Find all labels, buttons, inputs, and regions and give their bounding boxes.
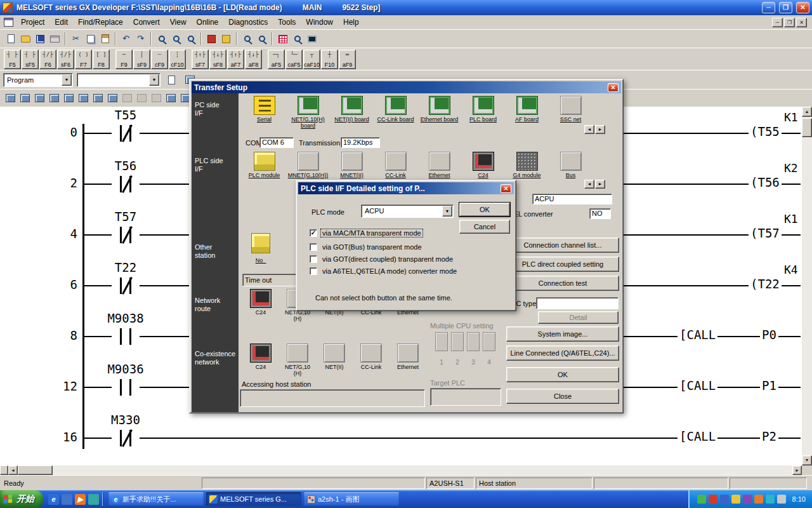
ladder-symbol-sf5-button[interactable]: ┤ ├sF5	[22, 50, 39, 69]
coexistence-net-g-10-h[interactable]: NET/G,10 (H)	[280, 344, 315, 377]
plc-side-scroll-right-icon[interactable]: ►	[595, 180, 605, 189]
horizontal-scrollbar-thumb[interactable]	[18, 465, 53, 475]
ladder-symbol-caf10-button[interactable]: ┬caF10	[303, 50, 320, 69]
plc-if-ethernet[interactable]: Ethernet	[419, 152, 460, 178]
coexistence-net-ii[interactable]: NET(II)	[317, 344, 351, 370]
pc-side-scroll-left-icon[interactable]: ◄	[584, 125, 594, 134]
statement-display-button[interactable]	[32, 91, 47, 105]
tray-icon-8[interactable]	[777, 495, 786, 504]
contact-t57[interactable]	[112, 225, 140, 244]
transmission-speed-field[interactable]: 19.2Kbps	[341, 137, 380, 148]
ladder-symbol-f8-button[interactable]: [ ]F8	[93, 50, 110, 69]
find-replace-button[interactable]	[169, 32, 183, 46]
comment-display-button[interactable]	[18, 91, 32, 105]
ladder-symbol-cf10-button[interactable]: ┆cF10	[169, 50, 186, 69]
cut-button[interactable]: ✂	[69, 32, 83, 46]
checkbox-icon[interactable]	[310, 255, 317, 263]
grid-blue-button[interactable]	[164, 91, 178, 105]
print-button[interactable]	[48, 32, 62, 46]
program-verify-button[interactable]	[219, 32, 233, 46]
zoom-out-button[interactable]	[240, 32, 254, 46]
ladder-symbol-sf7-button[interactable]: ┤↑├sF7	[192, 50, 209, 69]
contact-t55[interactable]	[112, 124, 140, 143]
scroll-down-icon[interactable]: ▼	[802, 455, 812, 465]
coexistence-c24[interactable]: C24	[244, 344, 278, 370]
chevron-down-icon[interactable]: ▼	[149, 74, 159, 86]
checkbox-icon[interactable]: ✓	[310, 229, 317, 237]
pc-if-cc-link-board[interactable]: CC-Link board	[375, 96, 416, 123]
sidebar-item-network-route[interactable]: Networkroute	[195, 297, 220, 313]
system-image-button[interactable]: System image...	[506, 326, 619, 342]
call-operand[interactable]: P2	[760, 429, 778, 443]
coil-t57[interactable]: (T57	[749, 226, 782, 240]
mdi-restore-button[interactable]: ❐	[784, 18, 795, 27]
close-dialog-button[interactable]: Close	[506, 389, 619, 404]
pane-split-handle[interactable]	[0, 465, 8, 475]
ladder-symbol-cf9-button[interactable]: ┄cF9	[151, 50, 168, 69]
pc-if-plc-board[interactable]: PLC board	[462, 96, 504, 123]
menu-view[interactable]: View	[165, 16, 192, 29]
pc-if-net-ii-board[interactable]: NET(II) board	[331, 96, 372, 123]
redo-button[interactable]: ↷	[133, 32, 148, 46]
trace-button[interactable]	[149, 91, 164, 105]
ladder-symbol-af7-button[interactable]: ┤↑├aF7	[227, 50, 244, 69]
contact-m9036[interactable]	[112, 378, 140, 397]
copy-button[interactable]	[83, 32, 98, 46]
show-desktop-icon[interactable]	[62, 494, 72, 505]
macro-button[interactable]	[3, 91, 18, 105]
plc-if-bus[interactable]: Bus	[550, 152, 591, 178]
pc-if-ssc-net[interactable]: SSC net	[550, 96, 591, 123]
program-select[interactable]: Program ▼	[3, 73, 73, 87]
taskbar-task-3[interactable]: a2sh-1 - 画图	[304, 492, 399, 506]
com-port-field[interactable]: COM 6	[259, 137, 294, 148]
tray-icon-3[interactable]	[720, 495, 729, 504]
plc-if-c24[interactable]: C24	[462, 152, 504, 178]
plc-direct-coupled-setting-button[interactable]: PLC direct coupled setting	[506, 257, 619, 272]
grid-button[interactable]	[275, 32, 290, 46]
chevron-down-icon[interactable]: ▼	[62, 74, 72, 86]
coil-t55[interactable]: (T55	[749, 124, 782, 138]
ladder-symbol-f6-button[interactable]: ┤/├F6	[39, 50, 56, 69]
menu-help[interactable]: Help	[338, 16, 364, 29]
mdi-close-button[interactable]: ✕	[796, 18, 807, 27]
call-operand[interactable]: P0	[760, 328, 778, 342]
scroll-right-icon[interactable]: ►	[792, 465, 802, 475]
vertical-scrollbar[interactable]	[802, 107, 812, 465]
plc-if-mnet-g-10-h[interactable]: MNET(G,10(H))	[287, 152, 329, 178]
ladder-window-button[interactable]	[164, 73, 179, 87]
contact-t22[interactable]	[112, 276, 140, 295]
plc-if-g4-module[interactable]: G4 module	[506, 152, 547, 178]
ladder-symbol-af8-button[interactable]: ┤↓├aF8	[245, 50, 262, 69]
pc-if-af-board[interactable]: AF board	[506, 96, 547, 123]
tray-icon-1[interactable]	[697, 495, 706, 504]
chevron-down-icon[interactable]: ▼	[442, 206, 452, 217]
ladder-symbol-sf6-button[interactable]: ┤/├sF6	[57, 50, 74, 69]
ladder-symbol-af9-button[interactable]: ═aF9	[339, 50, 356, 69]
device-used-list-button[interactable]	[134, 91, 149, 105]
sidebar-item-co-existence-network[interactable]: Co-existencenetwork	[195, 350, 235, 366]
coil-t56[interactable]: (T56	[749, 175, 782, 189]
checkbox-via-got-direct-coupled-transparent-mode[interactable]: via GOT(direct coupled) transparent mode	[310, 255, 454, 263]
network-route-c24[interactable]: C24	[244, 289, 278, 316]
ladder-write-button[interactable]	[204, 32, 219, 46]
connection-channel-list-button[interactable]: Connection channel list...	[506, 237, 619, 253]
ladder-symbol-f7-button[interactable]: ( )F7	[75, 50, 92, 69]
device-monitor-button[interactable]	[76, 91, 91, 105]
checkbox-via-mac-mta-transparent-mode[interactable]: ✓via MAC/MTA transparent mode	[310, 229, 422, 237]
ladder-symbol-sf8-button[interactable]: ┤↓├sF8	[209, 50, 226, 69]
checkbox-via-got-bus-transparent-mode[interactable]: via GOT(Bus) transparent mode	[310, 243, 423, 251]
pc-side-scroll-right-icon[interactable]: ►	[595, 125, 605, 134]
coexistence-cc-link[interactable]: CC-Link	[354, 344, 388, 370]
ladder-symbol-f10-button[interactable]: ┼F10	[321, 50, 338, 69]
connection-test-button[interactable]: Connection test	[506, 276, 619, 291]
ladder-symbol-f5-button[interactable]: ┤ ├F5	[4, 50, 21, 69]
detail-button[interactable]: Detail	[538, 311, 619, 324]
ladder-symbol-f9-button[interactable]: ─F9	[115, 50, 133, 69]
contact-m9038[interactable]	[112, 327, 140, 346]
sidebar-item-other-station[interactable]: Otherstation	[195, 243, 215, 260]
pc-if-serial[interactable]: Serial	[244, 96, 285, 123]
coil-t22[interactable]: (T22	[749, 277, 782, 291]
other-station-label[interactable]: No_	[244, 257, 278, 264]
new-button[interactable]	[4, 32, 18, 46]
start-button[interactable]: 开始	[0, 490, 43, 508]
